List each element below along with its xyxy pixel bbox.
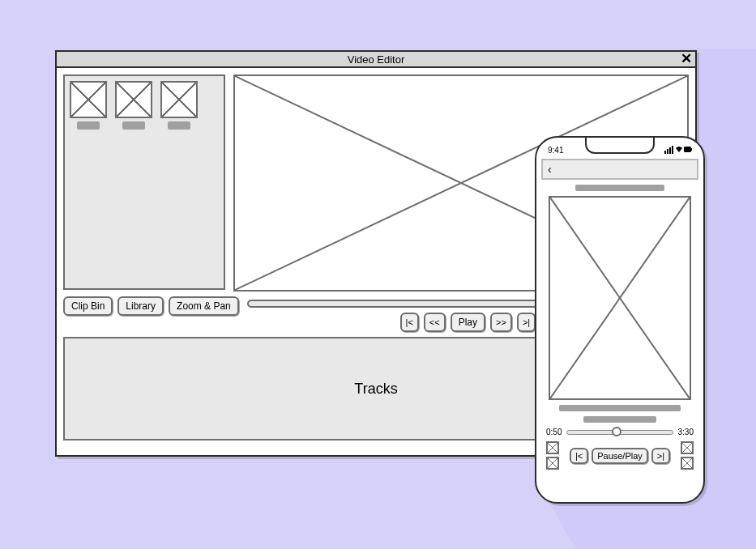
svg-rect-3: [667, 149, 668, 154]
phone-transport: |< Pause/Play >|: [570, 448, 670, 464]
slider-knob[interactable]: [612, 427, 621, 436]
titlebar[interactable]: Video Editor ✕: [57, 52, 695, 68]
svg-rect-6: [684, 147, 691, 152]
clip-label-placeholder: [77, 121, 100, 130]
image-placeholder-icon[interactable]: [681, 457, 694, 470]
status-icons: [664, 146, 692, 155]
image-placeholder-icon: [160, 81, 198, 118]
close-icon[interactable]: ✕: [681, 52, 692, 66]
bin-tabbar: Clip Bin Library Zoom & Pan: [63, 296, 239, 316]
rewind-button[interactable]: <<: [424, 313, 446, 332]
tab-library[interactable]: Library: [117, 296, 164, 316]
prev-button[interactable]: |<: [570, 448, 588, 464]
svg-rect-4: [669, 147, 671, 154]
image-placeholder-icon[interactable]: [546, 457, 559, 470]
phone-media-canvas[interactable]: [549, 196, 691, 400]
image-placeholder-icon[interactable]: [681, 441, 694, 454]
tracks-label: Tracks: [354, 381, 397, 398]
image-placeholder-icon: [115, 81, 152, 118]
play-button[interactable]: Play: [451, 313, 485, 332]
pause-play-button[interactable]: Pause/Play: [592, 448, 648, 464]
clip-label-placeholder: [168, 121, 190, 130]
image-placeholder-icon: [550, 198, 690, 398]
subtitle-placeholder: [559, 405, 681, 411]
go-start-button[interactable]: |<: [400, 313, 419, 332]
signal-wifi-battery-icon: [664, 146, 692, 154]
go-end-button[interactable]: >|: [517, 313, 536, 332]
clip-bin-panel: [63, 74, 225, 290]
phone-notch: [585, 138, 655, 154]
svg-rect-2: [664, 151, 666, 154]
clip-item[interactable]: [70, 81, 107, 283]
back-icon[interactable]: ‹: [548, 163, 552, 176]
status-time: 9:41: [548, 146, 563, 155]
clip-label-placeholder: [122, 121, 145, 130]
svg-rect-5: [672, 146, 673, 154]
next-button[interactable]: >|: [651, 448, 670, 464]
time-start: 0:50: [546, 428, 562, 436]
svg-rect-7: [691, 148, 692, 151]
title-placeholder: [575, 185, 664, 191]
window-title: Video Editor: [348, 53, 405, 66]
image-placeholder-icon: [70, 81, 107, 118]
transport-controls: |< << Play >> >|: [400, 313, 536, 332]
caption-placeholder: [583, 416, 656, 423]
phone-scrubber[interactable]: [566, 430, 673, 435]
tab-zoom-pan[interactable]: Zoom & Pan: [169, 296, 239, 316]
phone-header: ‹: [541, 159, 698, 180]
clip-item[interactable]: [160, 81, 198, 283]
forward-button[interactable]: >>: [490, 313, 512, 332]
time-end: 3:30: [678, 428, 694, 436]
phone-mockup: 9:41 ‹ 0:50 3:30: [535, 136, 705, 504]
image-placeholder-icon[interactable]: [546, 441, 559, 454]
clip-item[interactable]: [115, 81, 152, 283]
tab-clip-bin[interactable]: Clip Bin: [63, 296, 113, 316]
